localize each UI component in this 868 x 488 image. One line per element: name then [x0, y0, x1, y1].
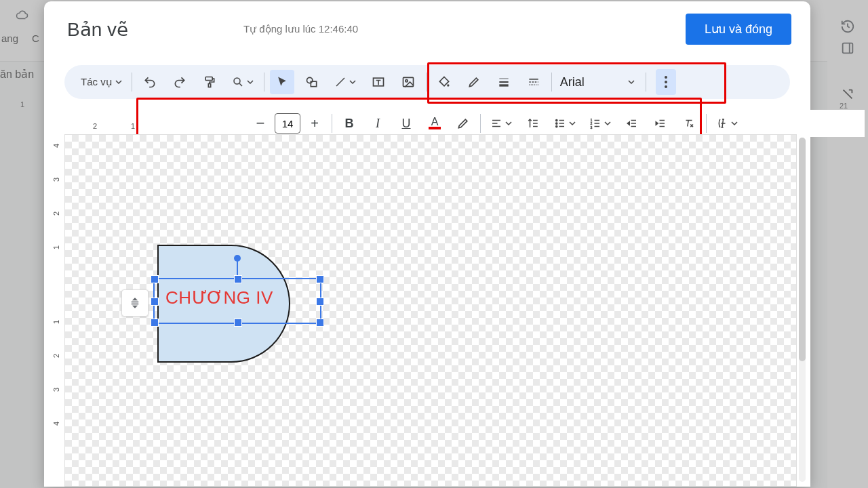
redo-button[interactable] — [167, 70, 192, 94]
drawing-canvas[interactable]: CHƯƠNG IV — [64, 134, 797, 487]
drag-handle-icon — [129, 297, 141, 309]
resize-handle-w[interactable] — [151, 298, 159, 306]
svg-rect-2 — [205, 77, 212, 81]
chevron-down-icon — [349, 79, 356, 85]
line-icon — [334, 76, 347, 88]
text-color-button[interactable]: A — [423, 112, 446, 135]
select-tool[interactable] — [270, 70, 294, 94]
rotation-handle[interactable] — [234, 255, 241, 262]
shape-tool[interactable] — [300, 70, 324, 94]
toolbar-separator — [132, 73, 132, 92]
fill-icon — [437, 75, 451, 89]
line-tool[interactable] — [330, 70, 361, 94]
paint-format-button[interactable] — [197, 70, 222, 94]
actions-menu-label: Tác vụ — [81, 76, 113, 88]
font-size-increase[interactable]: + — [303, 112, 326, 135]
border-dash-button[interactable] — [521, 70, 546, 94]
svg-rect-6 — [311, 81, 316, 87]
drawing-dialog: Bản vẽ Tự động lưu lúc 12:46:40 Lưu và đ… — [44, 1, 810, 487]
toolbar-separator — [646, 73, 646, 92]
svg-point-10 — [447, 84, 449, 86]
italic-button[interactable]: I — [366, 112, 389, 135]
indent-decrease-icon — [626, 117, 638, 129]
font-family-select[interactable]: Arial — [555, 75, 643, 89]
toolbar-separator — [426, 73, 427, 92]
resize-handle-e[interactable] — [316, 298, 324, 306]
bullet-list-menu[interactable] — [550, 112, 580, 135]
line-spacing-icon — [527, 117, 539, 129]
svg-point-18 — [665, 81, 667, 83]
toolbar-separator — [332, 114, 332, 133]
pen-icon — [467, 75, 481, 89]
cursor-icon — [275, 75, 289, 89]
textbox-icon — [372, 75, 385, 89]
resize-handle-nw[interactable] — [151, 275, 159, 283]
numbered-list-menu[interactable]: 123 — [585, 112, 615, 135]
canvas-wrap: 4 3 2 1 1 2 3 4 — [51, 134, 797, 487]
clear-formatting-button[interactable] — [677, 112, 701, 135]
toolbar-separator — [480, 114, 481, 133]
line-spacing-button[interactable] — [521, 112, 545, 135]
highlight-color-button[interactable] — [452, 112, 475, 135]
zoom-icon — [232, 76, 244, 88]
resize-handle-ne[interactable] — [316, 275, 324, 283]
vertical-ruler: 4 3 2 1 1 2 3 4 — [51, 134, 64, 487]
font-family-value: Arial — [560, 75, 585, 89]
border-color-button[interactable] — [462, 70, 486, 94]
save-and-close-button[interactable]: Lưu và đóng — [686, 14, 791, 45]
align-icon — [490, 117, 502, 129]
border-weight-button[interactable] — [492, 70, 516, 94]
image-icon — [401, 75, 415, 89]
indent-increase-icon — [654, 117, 667, 129]
input-tools-menu[interactable] — [712, 112, 742, 135]
chevron-down-icon — [505, 120, 512, 127]
svg-point-9 — [406, 80, 408, 82]
more-options-button[interactable] — [656, 69, 676, 95]
resize-handle-s[interactable] — [234, 319, 242, 327]
more-vertical-icon — [665, 76, 667, 88]
underline-button[interactable]: U — [395, 112, 418, 135]
svg-point-19 — [665, 85, 667, 88]
resize-handle-n[interactable] — [234, 275, 242, 283]
svg-text:3: 3 — [591, 125, 593, 129]
font-size-input[interactable] — [275, 113, 300, 134]
align-menu[interactable] — [486, 112, 516, 135]
toolbar-separator — [706, 114, 707, 133]
undo-button[interactable] — [138, 70, 162, 94]
move-handle[interactable] — [121, 289, 149, 317]
svg-point-26 — [556, 119, 557, 121]
chevron-down-icon — [731, 120, 738, 127]
toolbar-separator — [264, 73, 264, 92]
chevron-down-icon — [628, 79, 635, 85]
image-tool[interactable] — [396, 70, 420, 94]
text-format-toolbar: − + B I U A — [246, 110, 865, 137]
actions-menu[interactable]: Tác vụ — [74, 76, 129, 88]
zoom-menu[interactable] — [227, 70, 258, 94]
svg-rect-3 — [208, 84, 210, 87]
svg-rect-7 — [373, 78, 383, 86]
resize-handle-sw[interactable] — [151, 319, 159, 327]
svg-rect-8 — [403, 77, 413, 86]
bold-button[interactable]: B — [338, 112, 361, 135]
scrollbar-thumb[interactable] — [799, 138, 806, 361]
numbered-list-icon: 123 — [589, 117, 601, 129]
highlighter-icon — [456, 117, 470, 130]
textbox-tool[interactable] — [366, 70, 391, 94]
selected-textbox[interactable]: CHƯƠNG IV — [153, 278, 321, 324]
textbox-content[interactable]: CHƯƠNG IV — [165, 287, 273, 308]
resize-handle-se[interactable] — [316, 319, 324, 327]
input-tools-icon — [716, 117, 728, 129]
svg-point-5 — [307, 77, 312, 83]
shapes-icon — [304, 75, 319, 89]
canvas-scrollbar[interactable] — [799, 138, 806, 482]
font-size-decrease[interactable]: − — [249, 112, 272, 135]
fill-color-button[interactable] — [432, 70, 456, 94]
line-dash-icon — [527, 75, 540, 89]
toolbar-separator — [551, 73, 552, 92]
svg-point-4 — [234, 78, 240, 84]
indent-increase-button[interactable] — [649, 112, 672, 135]
paint-roller-icon — [203, 75, 216, 89]
bullet-list-icon — [554, 117, 566, 129]
chevron-down-icon — [569, 120, 576, 127]
indent-decrease-button[interactable] — [620, 112, 644, 135]
